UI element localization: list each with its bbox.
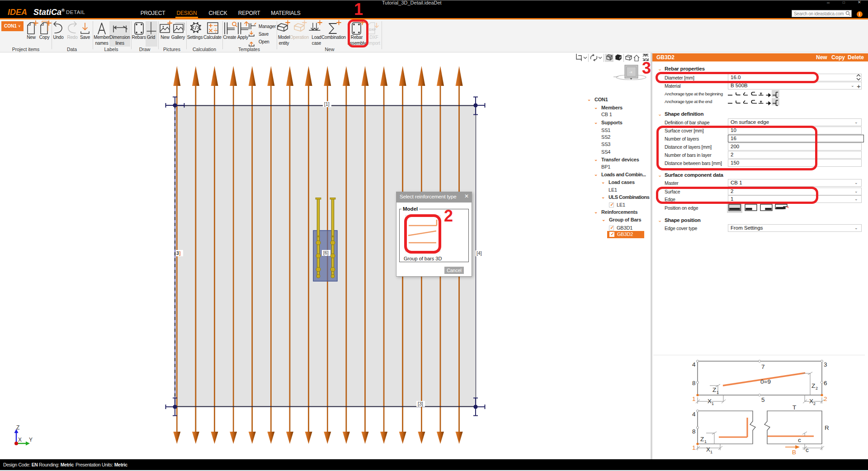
svg-text:[3]: [3]: [418, 401, 423, 406]
svg-text:[4]: [4]: [476, 250, 482, 256]
svg-text:[1]: [1]: [324, 101, 330, 107]
svg-text:-x: -x: [629, 70, 632, 74]
svg-text:1: 1: [710, 450, 712, 454]
svg-text:c: c: [806, 447, 809, 453]
svg-text:6: 6: [824, 380, 827, 386]
svg-text:DXF: DXF: [369, 28, 376, 32]
svg-text:X: X: [18, 437, 22, 443]
svg-text:[6]: [6]: [323, 250, 329, 255]
svg-text:4: 4: [692, 411, 696, 418]
svg-text:1: 1: [692, 444, 696, 451]
svg-text:Y: Y: [29, 437, 33, 443]
svg-text:1: 1: [717, 390, 719, 395]
svg-text:]: ]: [179, 250, 181, 256]
svg-text:T: T: [793, 404, 796, 411]
svg-text:Z: Z: [700, 436, 704, 443]
svg-text:X: X: [708, 398, 712, 405]
svg-text:c: c: [798, 437, 801, 443]
svg-text:1: 1: [704, 439, 707, 444]
svg-text:1: 1: [712, 401, 714, 406]
svg-text:8: 8: [692, 380, 696, 386]
svg-text:7: 7: [761, 363, 765, 370]
svg-text:2: 2: [824, 396, 827, 402]
svg-text:B: B: [792, 449, 796, 456]
svg-text:2: 2: [813, 401, 816, 406]
svg-text:X: X: [706, 446, 710, 453]
svg-text:8: 8: [692, 428, 696, 435]
svg-text:Z: Z: [16, 424, 19, 431]
svg-text:Z: Z: [811, 382, 815, 389]
svg-text:0=9: 0=9: [760, 378, 771, 385]
svg-text:1: 1: [692, 396, 696, 402]
svg-text:3: 3: [824, 361, 827, 368]
svg-text:5: 5: [761, 396, 765, 403]
svg-text:R: R: [825, 424, 829, 431]
svg-text:Z: Z: [712, 386, 716, 393]
svg-text:4: 4: [692, 361, 696, 368]
svg-text:X: X: [809, 398, 813, 405]
svg-text:2: 2: [816, 386, 818, 391]
